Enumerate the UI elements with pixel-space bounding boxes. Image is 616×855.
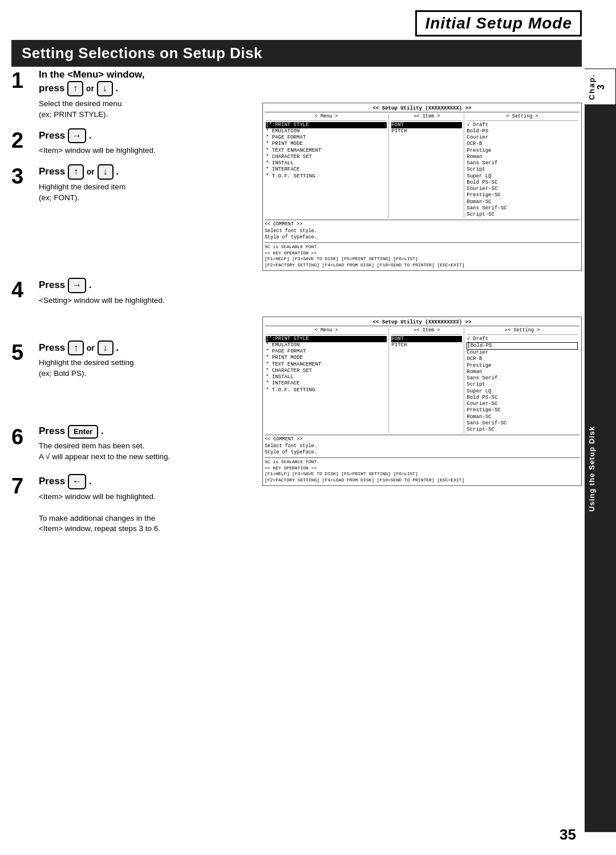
step-4-title: Press → . (39, 278, 257, 293)
up-arrow-key-3: ↑ (68, 164, 84, 180)
screen1-menu-item-7: * INTERFACE (266, 167, 387, 173)
setup-screen-1: << Setup Utility (XXXXXXXXXX) >> < Menu … (262, 103, 582, 271)
screen1-menu-header: < Menu > (266, 114, 387, 120)
screen1-setting-4: Prestige (467, 148, 578, 154)
screen1-setting-11: Prestige-SC (467, 192, 578, 198)
step-2-title: Press → . (39, 128, 257, 144)
chapter-tab: Chap. 3 (585, 68, 616, 105)
step-5-desc: Highlight the desired setting(ex; Bold P… (39, 358, 257, 379)
down-arrow-key: ↓ (97, 81, 113, 96)
step-7-title: Press ← . (39, 474, 257, 489)
screen1-menu-item-5: * CHARACTER SET (266, 154, 387, 160)
screen2-setting-1: [Bold-PS (467, 342, 578, 350)
screen2-setting-3: OCR-B (467, 356, 578, 362)
screen1-menu-item-2: * PAGE FORMAT (266, 135, 387, 141)
screen2-item-header: =< Item > (391, 327, 462, 334)
or-text-3: or (87, 167, 95, 176)
screen2-menu-item-0: [*:PRINT STYLE (266, 336, 387, 342)
screen2-setting-8: Super LQ (467, 388, 578, 395)
screen1-setting-13: Sans Serif-SC (467, 205, 578, 212)
right-arrow-key-4: → (68, 278, 86, 293)
step-number-3: 3 (11, 164, 39, 187)
step-number-7: 7 (11, 474, 39, 497)
step-number-2: 2 (11, 128, 39, 151)
enter-key: Enter (68, 425, 98, 439)
setup-screen-2: << Setup Utility (XXXXXXXXXX) >> < Menu … (262, 317, 582, 486)
step-1-title: In the <Menu> window, press ↑ or ↓ . (39, 68, 257, 96)
step-3: 3 Press ↑ or ↓ . Highlight the desired i… (11, 164, 257, 204)
screen2-menu-header: < Menu > (266, 327, 387, 334)
screen1-setting-2: Courier (467, 135, 578, 141)
screen2-menu-item-1: * EMULATION (266, 342, 387, 349)
screen1-setting-9: Bold PS-SC (467, 180, 578, 186)
or-text-1: or (86, 84, 94, 93)
side-tabs: Chap. 3 Using the Setup Disk (585, 68, 616, 832)
screen1-setting-14: Script-SC (467, 212, 578, 218)
step-number-4: 4 (11, 278, 39, 301)
screen2-setting-5: Roman (467, 369, 578, 375)
screen2-menu-item-4: * TEXT ENHANCEMENT (266, 362, 387, 368)
screen2-comment: << COMMENT >> Select font style. Style o… (265, 435, 579, 456)
screen1-menu-item-1: * EMULATION (266, 128, 387, 135)
screen1-item-header: =< Item > (391, 114, 462, 120)
screen1-menu-item-8: * T.O.F. SETTING (266, 173, 387, 180)
screen1-setting-8: Super LQ (467, 173, 578, 180)
screen2-setting-header: =< Setting > (467, 327, 578, 334)
screen2-item-0: FONT (391, 336, 462, 342)
screen2-menu-item-7: * INTERFACE (266, 380, 387, 387)
step-6-title: Press Enter . (39, 425, 257, 439)
screen1-setting-10: Courier-SC (467, 186, 578, 192)
screen2-menu-item-2: * PAGE FORMAT (266, 349, 387, 355)
screen2-menu-item-5: * CHARACTER SET (266, 368, 387, 374)
or-text-5: or (87, 343, 95, 352)
screen1-menu-item-3: * PRINT MODE (266, 141, 387, 147)
step-4-desc: <Setting> window will be highlighted. (39, 295, 257, 306)
screen2-setting-7: Script (467, 382, 578, 388)
screen1-menu-item-4: * TEXT ENHANCEMENT (266, 148, 387, 154)
screen2-setting-6: Sans Serif (467, 375, 578, 382)
screen1-item-1: PITCH (391, 128, 462, 135)
screen2-menu-item-3: * PRINT MODE (266, 355, 387, 361)
step-3-title: Press ↑ or ↓ . (39, 164, 257, 180)
step-5: 5 Press ↑ or ↓ . Highlight the desired s… (11, 341, 257, 380)
screen2-keyop: SC is SCALABLE FONT. << KEY OPERATION >>… (265, 457, 579, 484)
screen2-menu-item-6: * INSTALL (266, 374, 387, 380)
down-arrow-key-5: ↓ (98, 341, 114, 356)
screen2-setting-9: Bold PS-SC (467, 395, 578, 401)
screen1-setting-1: Bold-PS (467, 128, 578, 135)
section-title: Setting Selections on Setup Disk (11, 40, 582, 67)
left-arrow-key: ← (68, 474, 86, 489)
screen1-menu-item-6: * INSTALL (266, 160, 387, 167)
screen2-menu-item-8: * T.O.F. SETTING (266, 387, 387, 394)
step-2-desc: <Item> window will be highlighted. (39, 145, 257, 156)
screen2-setting-0: √ Draft (467, 336, 578, 342)
using-setup-disk-tab: Using the Setup Disk (585, 105, 616, 832)
screen2-setting-14: Script-SC (467, 427, 578, 433)
step-6-desc: The desired item has been set.A √ will a… (39, 441, 257, 463)
step-5-title: Press ↑ or ↓ . (39, 341, 257, 356)
screen1-setting-header: < Setting > (467, 114, 578, 120)
screen-1-title: << Setup Utility (XXXXXXXXXX) >> (265, 105, 579, 112)
screen1-comment: << COMMENT >> Select font style. Style o… (265, 220, 579, 241)
step-7-desc: <Item> window will be highlighted.To mak… (39, 492, 257, 535)
step-2: 2 Press → . <Item> window will be highli… (11, 128, 257, 157)
screen1-menu-item-0: [*:PRINT STYLE (266, 122, 387, 128)
screen1-keyop: SC is SCALABLE FONT. << KEY OPERATION >>… (265, 242, 579, 269)
up-arrow-key: ↑ (67, 81, 83, 96)
page-title: Initial Setup Mode (415, 10, 582, 37)
screen2-setting-10: Courier-SC (467, 401, 578, 407)
step-3-desc: Highlight the desired item(ex; FONT). (39, 182, 257, 204)
step-7: 7 Press ← . <Item> window will be highli… (11, 474, 257, 534)
screen1-setting-5: Roman (467, 154, 578, 160)
screen1-setting-3: OCR-B (467, 141, 578, 147)
page-number: 35 (560, 826, 576, 844)
screen1-setting-0: √ Draft (467, 122, 578, 128)
screen1-setting-6: Sans Serif (467, 160, 578, 167)
step-6: 6 Press Enter . The desired item has bee… (11, 425, 257, 463)
screen2-setting-13: Sans Serif-SC (467, 420, 578, 427)
screen1-item-0: FONT (391, 122, 462, 128)
screen2-setting-4: Prestige (467, 363, 578, 369)
step-1: 1 In the <Menu> window, press ↑ or ↓ . S… (11, 68, 257, 120)
step-number-6: 6 (11, 425, 39, 448)
screen2-item-1: PITCH (391, 342, 462, 349)
